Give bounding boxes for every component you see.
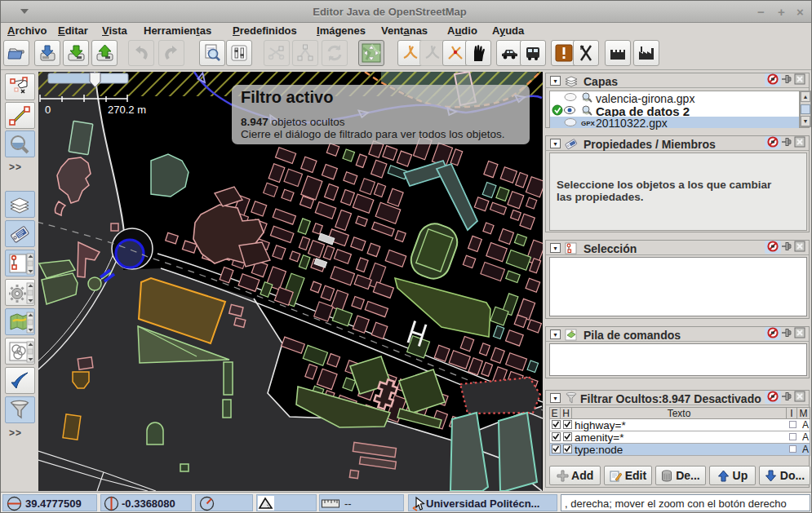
svg-text:Cierre el diálogo de filtrado: Cierre el diálogo de filtrado para ver t… [241, 128, 504, 140]
svg-text:GPX: GPX [581, 120, 596, 127]
svg-text:8.947 objetos ocultos: 8.947 objetos ocultos [241, 116, 345, 128]
svg-text:270.2 m: 270.2 m [108, 104, 146, 116]
svg-text:Filtro activo: Filtro activo [241, 88, 333, 106]
svg-text:0: 0 [45, 104, 51, 116]
